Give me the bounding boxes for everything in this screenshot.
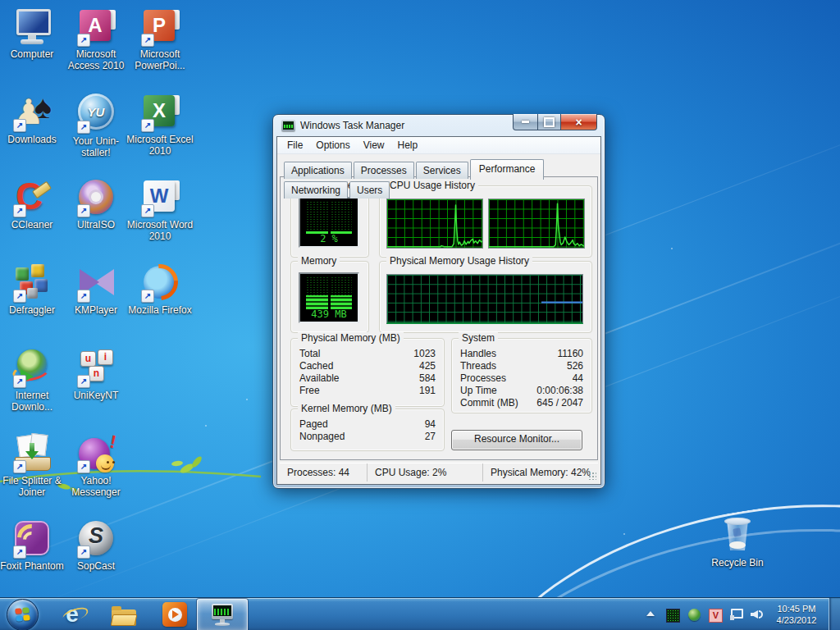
clock-time: 10:45 PM [769, 603, 824, 614]
close-icon: × [575, 116, 582, 128]
desktop-icon-label: Downloads [0, 134, 67, 145]
taskbar-internet-explorer[interactable]: e [51, 599, 94, 630]
desktop-icon-defraggler[interactable]: ↗ Defraggler [0, 262, 67, 316]
show-desktop-button[interactable] [829, 598, 840, 630]
title-bar[interactable]: Windows Task Manager × [273, 115, 605, 136]
desktop-icon-sopcast[interactable]: S ↗ SopCast [61, 518, 131, 572]
memory-history-group: Physical Memory Usage History [379, 261, 592, 333]
cpu-history-graph-2 [488, 199, 585, 249]
desktop-icon-label: Recycle Bin [702, 557, 773, 568]
minimize-button[interactable] [513, 114, 538, 130]
desktop-icon-computer[interactable]: Computer [0, 7, 67, 60]
table-row: Threads526 [452, 360, 591, 372]
desktop-icon-powerpoint[interactable]: P ↗ Microsoft PowerPoi... [125, 7, 195, 72]
taskbar: e V 10:45 PM 4/23/2012 [0, 597, 840, 630]
table-row: Available584 [291, 372, 444, 385]
desktop-icon-label: SopCast [61, 560, 131, 572]
tab-users[interactable]: Users [349, 181, 390, 199]
minimize-icon [522, 121, 529, 123]
desktop-icon-unikey[interactable]: u i n ↗ UniKeyNT [61, 348, 131, 401]
desktop-icon-label: Microsoft PowerPoi... [125, 48, 195, 72]
desktop-icon-foxit[interactable]: ↗ Foxit Phantom [0, 518, 67, 572]
desktop-icon-access[interactable]: A ↗ Microsoft Access 2010 [61, 7, 131, 72]
shortcut-arrow-icon: ↗ [77, 460, 90, 473]
desktop-icon-recycle-bin[interactable]: Recycle Bin [702, 515, 773, 568]
desktop-icon-ultraiso[interactable]: ↗ UltraISO [61, 177, 131, 231]
desktop-icon-kmplayer[interactable]: ↗ KMPlayer [61, 262, 131, 316]
status-bar: Processes: 44 CPU Usage: 2% Physical Mem… [280, 463, 598, 482]
tray-volume-icon[interactable] [751, 609, 764, 620]
shortcut-arrow-icon: ↗ [77, 546, 90, 559]
desktop-icon-yahoo-messenger[interactable]: ! ↗ Yahoo! Messenger [61, 433, 131, 499]
menu-options[interactable]: Options [309, 138, 356, 153]
performance-tab-page: CPU Usage 2 % CPU Usage History [280, 176, 598, 460]
tray-idm-icon[interactable] [688, 609, 701, 621]
shortcut-arrow-icon: ↗ [13, 460, 26, 473]
tray-network-icon[interactable] [730, 609, 743, 620]
tray-antivirus-icon[interactable]: V [709, 609, 723, 623]
tab-networking[interactable]: Networking [284, 181, 348, 199]
tab-performance[interactable]: Performance [470, 159, 545, 180]
close-button[interactable]: × [560, 114, 597, 130]
menu-bar: File Options View Help [277, 137, 600, 154]
windows-desktop: Computer A ↗ Microsoft Access 2010 P ↗ M… [0, 0, 840, 630]
tray-cpu-meter-icon[interactable] [666, 609, 680, 623]
resource-monitor-button[interactable]: Resource Monitor... [451, 430, 582, 450]
table-row: Paged94 [291, 418, 444, 431]
desktop-icon-label: Microsoft Access 2010 [61, 48, 131, 72]
table-row: Nonpaged27 [291, 431, 444, 443]
desktop-icon-downloads[interactable]: ♠♟ ↗ Downloads [0, 92, 67, 145]
desktop-icon-label: Mozilla Firefox [125, 304, 195, 316]
desktop-icon-label: Internet Downlo... [0, 390, 67, 413]
status-physical-memory: Physical Memory: 42% [483, 463, 598, 482]
status-cpu-usage: CPU Usage: 2% [368, 463, 483, 482]
clock-date: 4/23/2012 [769, 614, 824, 626]
table-row: Up Time0:00:06:38 [452, 385, 591, 397]
desktop-icon-label: CCleaner [0, 219, 67, 231]
desktop-icon-file-splitter[interactable]: ↗ File Splitter & Joiner [0, 433, 67, 499]
table-row: Handles11160 [452, 348, 591, 360]
desktop-icon-firefox[interactable]: ↗ Mozilla Firefox [125, 262, 195, 316]
table-row: Free191 [291, 385, 444, 397]
computer-icon [12, 7, 52, 46]
maximize-button[interactable] [538, 114, 560, 130]
desktop-icon-your-uninstaller[interactable]: YU ↗ Your Unin-staller! [61, 92, 131, 159]
desktop-icon-label: Your Unin-staller! [61, 135, 131, 159]
desktop-icon-ccleaner[interactable]: C ↗ CCleaner [0, 177, 67, 231]
memory-value: 439 MB [306, 309, 352, 322]
taskbar-media-player[interactable] [153, 599, 196, 630]
resize-grip[interactable] [588, 472, 596, 480]
desktop-icon-label: Computer [0, 48, 67, 60]
taskbar-clock[interactable]: 10:45 PM 4/23/2012 [769, 603, 824, 626]
desktop-icon-word[interactable]: W ↗ Microsoft Word 2010 [125, 177, 195, 243]
table-row: Processes44 [452, 372, 591, 385]
taskbar-task-manager-active[interactable] [197, 599, 248, 630]
tab-applications[interactable]: Applications [284, 162, 352, 179]
show-hidden-icons-button[interactable] [646, 611, 655, 616]
desktop-icon-label: Defraggler [0, 304, 67, 316]
start-button[interactable] [7, 599, 39, 630]
task-manager-window: Windows Task Manager × File Options View… [272, 114, 605, 489]
status-processes: Processes: 44 [280, 463, 368, 482]
tab-services[interactable]: Services [416, 162, 468, 179]
menu-file[interactable]: File [281, 138, 309, 153]
menu-help[interactable]: Help [391, 138, 425, 153]
tab-processes[interactable]: Processes [354, 162, 414, 179]
system-group: System Handles11160 Threads526 Processes… [451, 338, 592, 413]
shortcut-arrow-icon: ↗ [77, 34, 90, 47]
desktop-icon-label: Microsoft Excel 2010 [125, 134, 195, 158]
desktop-icon-idm[interactable]: ↗ Internet Downlo... [0, 348, 67, 413]
desktop-icon-label: Foxit Phantom [0, 560, 67, 572]
shortcut-arrow-icon: ↗ [141, 119, 154, 132]
shortcut-arrow-icon: ↗ [13, 204, 26, 217]
task-manager-icon [281, 120, 295, 131]
tab-strip: ApplicationsProcessesServicesPerformance… [284, 159, 600, 176]
menu-view[interactable]: View [357, 138, 391, 153]
taskbar-explorer[interactable] [103, 599, 146, 630]
kernel-memory-group: Kernel Memory (MB) Paged94 Nonpaged27 [290, 409, 445, 451]
internet-explorer-icon: e [66, 601, 79, 628]
shortcut-arrow-icon: ↗ [13, 290, 26, 303]
table-row: Total1023 [291, 348, 444, 360]
desktop-icon-excel[interactable]: X ↗ Microsoft Excel 2010 [125, 92, 195, 158]
table-row: Commit (MB)645 / 2047 [452, 397, 591, 409]
